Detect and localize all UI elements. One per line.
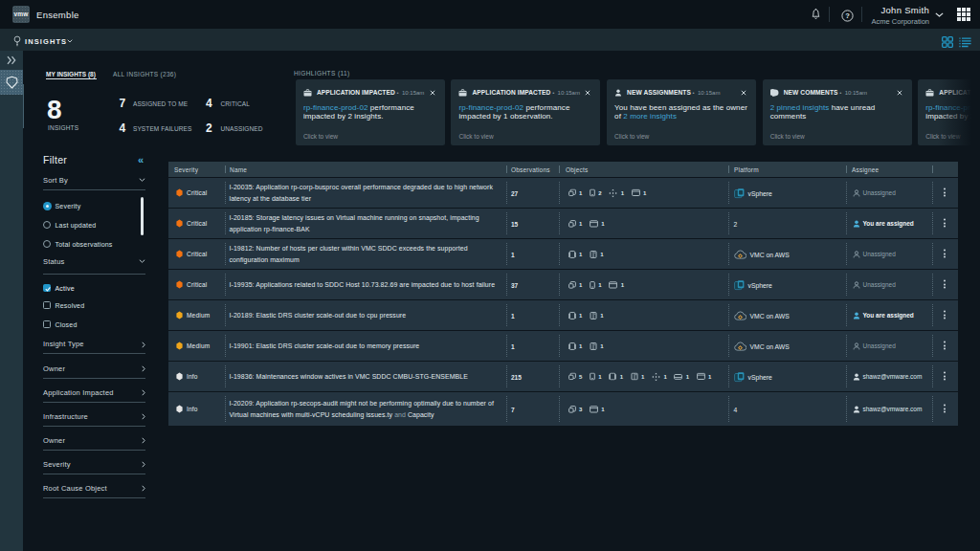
svg-text:?: ? [845, 11, 850, 20]
